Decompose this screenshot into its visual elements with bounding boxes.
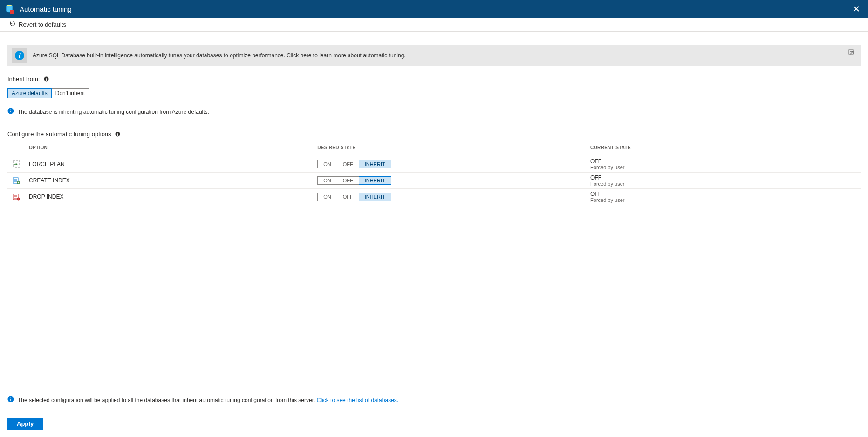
toggle-on[interactable]: ON (317, 176, 337, 185)
revert-defaults-button[interactable]: Revert to defaults (7, 19, 69, 30)
current-state-sub: Forced by user (590, 165, 858, 170)
inherit-label-text: Inherit from: (7, 76, 40, 83)
footer-note-text: The selected configuration will be appli… (18, 397, 315, 403)
current-state: OFF (590, 158, 858, 165)
info-icon (7, 108, 14, 116)
header-desired: DESIRED STATE (314, 141, 588, 156)
configure-label: Configure the automatic tuning options i (7, 131, 861, 138)
toggle-off[interactable]: OFF (337, 176, 359, 185)
footer-note: The selected configuration will be appli… (0, 388, 868, 411)
current-state-sub: Forced by user (590, 181, 858, 187)
svg-text:i: i (19, 52, 21, 59)
header-current: CURRENT STATE (588, 141, 861, 156)
help-icon[interactable]: i (43, 76, 49, 82)
toggle-inherit[interactable]: INHERIT (359, 193, 391, 201)
title-bar: Automatic tuning (0, 0, 868, 18)
page-title: Automatic tuning (20, 5, 849, 13)
current-state: OFF (590, 174, 858, 181)
inherit-dont-inherit-button[interactable]: Don't inherit (52, 88, 89, 98)
inherit-from-label: Inherit from: i (7, 76, 861, 83)
svg-rect-25 (10, 398, 11, 399)
header-option: OPTION (7, 141, 314, 156)
svg-rect-8 (10, 111, 11, 112)
option-name: DROP INDEX (29, 194, 63, 200)
undo-icon (9, 21, 16, 28)
info-banner[interactable]: i Azure SQL Database built-in intelligen… (7, 45, 861, 66)
revert-label: Revert to defaults (19, 21, 66, 28)
svg-rect-1 (10, 10, 14, 14)
option-name: FORCE PLAN (29, 161, 65, 167)
table-row: CREATE INDEX ON OFF INHERIT OFF Forced b… (7, 173, 861, 189)
footer-databases-link[interactable]: Click to see the list of databases. (317, 397, 398, 403)
inherit-toggle: Azure defaults Don't inherit (7, 88, 861, 98)
svg-rect-24 (10, 399, 11, 401)
options-table: OPTION DESIRED STATE CURRENT STATE FORCE… (7, 141, 861, 205)
current-state: OFF (590, 191, 858, 197)
desired-state-toggle: ON OFF INHERIT (317, 176, 391, 185)
toolbar: Revert to defaults (0, 18, 868, 32)
inherit-info-row: The database is inheriting automatic tun… (7, 108, 861, 116)
close-button[interactable] (849, 0, 863, 18)
footer-bar: Apply (0, 411, 868, 437)
banner-text: Azure SQL Database built-in intelligence… (33, 52, 406, 59)
desired-state-toggle: ON OFF INHERIT (317, 193, 391, 201)
info-icon (7, 396, 14, 404)
database-icon (5, 4, 14, 14)
help-icon[interactable]: i (115, 132, 121, 137)
desired-state-toggle: ON OFF INHERIT (317, 160, 391, 168)
inherit-info-text: The database is inheriting automatic tun… (18, 109, 209, 115)
option-name: CREATE INDEX (29, 177, 70, 184)
table-row: FORCE PLAN ON OFF INHERIT OFF Forced by … (7, 156, 861, 173)
toggle-off[interactable]: OFF (337, 193, 359, 201)
toggle-inherit[interactable]: INHERIT (359, 176, 391, 185)
toggle-on[interactable]: ON (317, 193, 337, 201)
svg-text:i: i (117, 132, 118, 137)
toggle-on[interactable]: ON (317, 160, 337, 168)
toggle-off[interactable]: OFF (337, 160, 359, 168)
table-row: DROP INDEX ON OFF INHERIT OFF Forced by … (7, 189, 861, 205)
toggle-inherit[interactable]: INHERIT (359, 160, 391, 168)
inherit-azure-defaults-button[interactable]: Azure defaults (7, 88, 52, 98)
svg-text:i: i (46, 77, 47, 82)
content-area: i Azure SQL Database built-in intelligen… (0, 32, 868, 388)
drop-index-icon (12, 193, 21, 201)
svg-rect-9 (10, 110, 11, 111)
apply-button[interactable]: Apply (7, 418, 43, 430)
info-icon: i (12, 48, 27, 63)
popout-icon[interactable] (848, 49, 855, 57)
configure-label-text: Configure the automatic tuning options (7, 131, 111, 138)
create-index-icon (12, 176, 21, 185)
force-plan-icon (12, 160, 21, 168)
current-state-sub: Forced by user (590, 197, 858, 203)
